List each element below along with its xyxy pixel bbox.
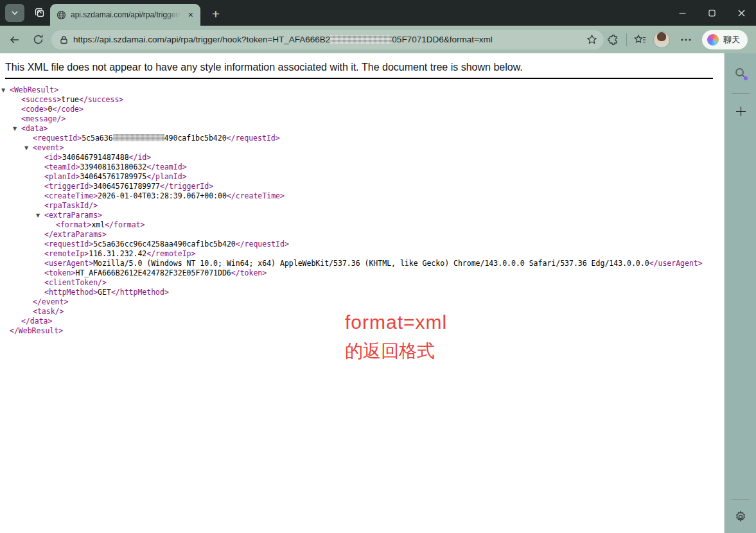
copilot-chat-button[interactable]: 聊天 — [702, 30, 748, 49]
collapse-arrow-icon[interactable]: ▼ — [1, 85, 5, 95]
globe-favicon-icon — [57, 10, 66, 20]
collapse-arrow-icon[interactable]: ▼ — [13, 124, 17, 134]
puzzle-piece-icon — [608, 34, 619, 46]
xml-line: <success>true</success> — [0, 95, 725, 105]
xml-text: 5c5a636 — [82, 134, 112, 143]
collapse-arrow-icon[interactable]: ▼ — [36, 211, 40, 220]
extensions-button[interactable] — [604, 30, 623, 49]
edge-sidebar — [725, 53, 756, 533]
back-button[interactable] — [5, 30, 24, 49]
xml-tag: </extraParams> — [44, 230, 107, 239]
xml-text: 5c5a636cc96c4258aa490caf1bc5b420 — [93, 240, 236, 249]
copilot-icon — [707, 34, 719, 46]
navigation-toolbar: https://api.szdamai.com/api/rpa/trigger/… — [0, 26, 756, 53]
toolbar-divider — [626, 33, 627, 46]
xml-line: ▼<event> — [0, 143, 725, 153]
xml-tag: <message/> — [21, 114, 66, 123]
xml-tag: </token> — [231, 268, 267, 277]
xml-text: 340645761789977 — [93, 182, 160, 191]
xml-text: 340646791487488 — [62, 153, 129, 162]
favorites-button[interactable] — [630, 30, 649, 49]
title-bar: api.szdamai.com/api/rpa/trigger/h × + — [0, 0, 756, 26]
xml-tag: </remoteIp> — [146, 249, 195, 258]
xml-tag: </event> — [33, 297, 68, 306]
url-text[interactable]: https://api.szdamai.com/api/rpa/trigger/… — [73, 35, 581, 44]
page-content: This XML file does not appear to have an… — [0, 53, 725, 533]
xml-tag: <remoteIp> — [44, 249, 89, 258]
xml-tag: <format> — [56, 220, 91, 229]
xml-text: Mozilla/5.0 (Windows NT 10.0; Win64; x64… — [93, 259, 649, 268]
xml-text: 339408163180632 — [80, 162, 146, 171]
url-bar[interactable]: https://api.szdamai.com/api/rpa/trigger/… — [51, 30, 604, 49]
tab-title: api.szdamai.com/api/rpa/trigger/h — [71, 10, 181, 19]
xml-text: 340645761789975 — [80, 172, 146, 181]
xml-tag: </WebResult> — [10, 326, 63, 335]
xml-line: <code>0</code> — [0, 105, 725, 114]
xml-tag: <clientToken/> — [44, 278, 107, 287]
xml-line: <planId>340645761789975</planId> — [0, 172, 725, 182]
xml-tag: </userAgent> — [649, 259, 703, 268]
xml-text: 116.31.232.42 — [89, 249, 146, 258]
annotation-line-1: format=xml — [345, 308, 447, 336]
close-icon — [738, 10, 745, 17]
minimize-button[interactable] — [667, 0, 697, 26]
maximize-icon — [708, 10, 716, 17]
sidebar-settings-button[interactable] — [730, 506, 752, 528]
tab-close-icon[interactable]: × — [186, 9, 195, 21]
xml-tag: <teamId> — [44, 162, 80, 171]
xml-tag: </createTime> — [227, 191, 285, 200]
chevron-down-icon — [11, 9, 19, 17]
xml-tag: </requestId> — [227, 134, 280, 143]
sidebar-search-button[interactable] — [730, 62, 752, 84]
profile-avatar[interactable] — [653, 31, 670, 48]
xml-line: ▼<WebResult> — [0, 85, 725, 95]
xml-tag: </requestId> — [236, 240, 289, 249]
xml-line: </event> — [0, 297, 725, 307]
xml-line: <triggerId>340645761789977</triggerId> — [0, 182, 725, 191]
xml-tag: <token> — [44, 268, 75, 277]
xml-tag: <code> — [21, 105, 48, 114]
refresh-icon — [33, 34, 44, 45]
close-button[interactable] — [726, 0, 756, 26]
stacked-squares-icon — [34, 7, 46, 19]
xml-line: <teamId>339408163180632</teamId> — [0, 162, 725, 172]
refresh-button[interactable] — [28, 30, 48, 49]
url-suffix: 05F7071DD6&format=xml — [392, 35, 492, 44]
xml-text: 2026-01-04T03:28:39.067+00:00 — [98, 191, 227, 200]
xml-line: <requestId>5c5a636490caf1bc5b420</reques… — [0, 134, 725, 143]
xml-tag: </httpMethod> — [111, 288, 169, 297]
star-with-lines-icon — [634, 34, 646, 46]
xml-text: HT_AFA666B2612E424782F32E05F7071DD6 — [75, 268, 231, 277]
url-prefix: https://api.szdamai.com/api/rpa/trigger/… — [73, 35, 330, 44]
tab-actions-button[interactable] — [5, 4, 24, 22]
lock-icon — [60, 35, 68, 44]
xml-tag: </data> — [21, 317, 52, 326]
xml-tag: <userAgent> — [44, 259, 93, 268]
maximize-button[interactable] — [697, 0, 726, 26]
ellipsis-icon — [681, 39, 691, 41]
xml-tag: </triggerId> — [160, 182, 213, 191]
workspaces-button[interactable] — [32, 5, 48, 21]
browser-tab[interactable]: api.szdamai.com/api/rpa/trigger/h × — [50, 4, 200, 26]
settings-menu-button[interactable] — [676, 30, 696, 49]
xml-line: </extraParams> — [0, 230, 725, 240]
collapse-arrow-icon[interactable]: ▼ — [24, 143, 28, 153]
xml-line: <userAgent>Mozilla/5.0 (Windows NT 10.0;… — [0, 259, 725, 268]
sidebar-divider-bottom — [732, 499, 750, 500]
xml-tag: <createTime> — [44, 191, 98, 200]
redacted-text — [113, 134, 164, 141]
xml-line: <message/> — [0, 114, 725, 124]
xml-tag: </format> — [105, 220, 145, 229]
xml-text: xml — [91, 220, 105, 229]
sparkle-dot-icon — [744, 76, 748, 80]
xml-text: 490caf1bc5b420 — [164, 134, 227, 143]
xml-tag: <triggerId> — [44, 182, 93, 191]
xml-line: <clientToken/> — [0, 278, 725, 288]
favorite-star-button[interactable] — [586, 34, 597, 45]
new-tab-button[interactable]: + — [207, 5, 225, 23]
xml-line: <format>xml</format> — [0, 220, 725, 230]
sidebar-add-button[interactable] — [730, 100, 752, 122]
xml-tag: <data> — [21, 124, 48, 133]
xml-tag: <WebResult> — [10, 85, 58, 94]
window-controls — [667, 0, 756, 26]
